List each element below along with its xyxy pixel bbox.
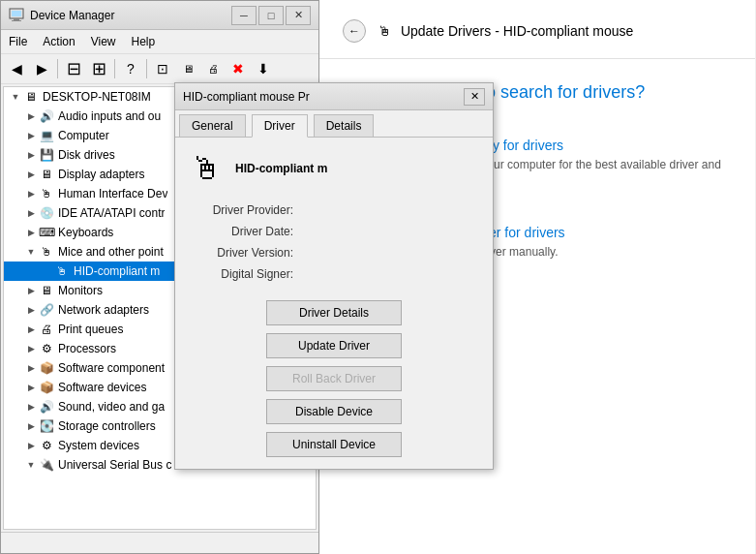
driver-details-button[interactable]: Driver Details (266, 300, 402, 325)
window-icon (9, 8, 24, 23)
system-expand-icon: ▶ (23, 438, 39, 453)
hid-mouse-label: HID-compliant m (74, 264, 160, 278)
processors-icon: ⚙ (39, 341, 54, 356)
sw-component-label: Software component (58, 361, 165, 375)
device-icon: 🖱 (187, 149, 226, 188)
audio-label: Audio inputs and ou (58, 109, 161, 123)
properties-button[interactable]: ⊡ (151, 57, 174, 80)
hid-icon: 🖱 (39, 186, 54, 201)
signer-label: Digital Signer: (187, 267, 293, 281)
update-back-button[interactable]: ← (343, 19, 366, 43)
keyboards-expand-icon: ▶ (23, 225, 39, 240)
usb-icon: 🔌 (39, 457, 54, 473)
menu-action[interactable]: Action (35, 32, 82, 51)
mice-icon: 🖱 (39, 244, 54, 260)
maximize-button[interactable]: □ (258, 6, 284, 25)
usb-expand-icon: ▼ (23, 457, 39, 473)
hid-mouse-expand-icon (39, 263, 54, 279)
update-window-icon: 🖱 (378, 23, 391, 39)
device-name: HID-compliant m (235, 162, 327, 175)
print-expand-icon: ▶ (23, 322, 39, 337)
ide-icon: 💿 (39, 205, 54, 221)
back-button[interactable]: ◀ (5, 57, 28, 80)
mice-label: Mice and other point (58, 245, 164, 259)
sw-component-icon: 📦 (39, 360, 54, 376)
usb-label: Universal Serial Bus c (58, 458, 171, 472)
title-bar: Device Manager ─ □ ✕ (1, 1, 318, 30)
sound-expand-icon: ▶ (23, 399, 39, 415)
keyboards-label: Keyboards (58, 226, 113, 239)
print-button[interactable]: 🖨 (201, 57, 225, 80)
version-label: Driver Version: (187, 246, 293, 260)
computer-button[interactable]: 🖥 (176, 57, 199, 80)
audio-expand-icon: ▶ (23, 108, 39, 124)
keyboards-icon: ⌨ (39, 225, 54, 240)
sw-devices-expand-icon: ▶ (23, 380, 39, 395)
dialog-buttons: Driver Details Update Driver Roll Back D… (175, 292, 493, 469)
minimize-button[interactable]: ─ (231, 6, 257, 25)
storage-label: Storage controllers (58, 419, 156, 433)
audio-icon: 🔊 (39, 108, 54, 124)
storage-icon: 💽 (39, 418, 54, 434)
driver-field-provider: Driver Provider: (187, 203, 481, 217)
sw-devices-icon: 📦 (39, 380, 54, 395)
title-bar-text: Device Manager (30, 9, 231, 22)
disable-device-button[interactable]: Disable Device (266, 399, 402, 424)
back-arrow-icon: ← (348, 24, 360, 38)
driver-field-version: Driver Version: (187, 246, 481, 260)
svg-rect-2 (14, 18, 19, 20)
collapse-button[interactable]: ⊟ (62, 57, 85, 80)
signer-value (297, 267, 481, 281)
provider-value (297, 203, 481, 217)
dialog-close-button[interactable]: ✕ (464, 88, 485, 106)
properties-dialog: HID-compliant mouse Pr ✕ General Driver … (174, 82, 494, 470)
forward-button[interactable]: ▶ (30, 57, 53, 80)
tab-driver[interactable]: Driver (252, 114, 308, 138)
driver-field-date: Driver Date: (187, 225, 481, 238)
system-icon: ⚙ (39, 438, 54, 453)
dialog-title-text: HID-compliant mouse Pr (183, 90, 464, 104)
version-value (297, 246, 481, 260)
computer-icon: 💻 (39, 128, 54, 143)
network-icon: 🔗 (39, 302, 54, 318)
hid-expand-icon: ▶ (23, 186, 39, 201)
close-button[interactable]: ✕ (286, 6, 311, 25)
expand-button[interactable]: ⊞ (87, 57, 110, 80)
tab-details[interactable]: Details (314, 114, 375, 137)
menu-file[interactable]: File (1, 32, 35, 51)
dialog-title-bar: HID-compliant mouse Pr ✕ (175, 83, 493, 110)
date-value (297, 225, 481, 238)
ide-label: IDE ATA/ATAPI contr (58, 206, 165, 220)
menu-view[interactable]: View (83, 32, 124, 51)
menu-bar: File Action View Help (1, 30, 318, 54)
display-icon: 🖥 (39, 167, 54, 182)
uninstall-device-button[interactable]: Uninstall Device (266, 432, 402, 457)
network-label: Network adapters (58, 303, 149, 317)
computer-label: Computer (58, 129, 109, 142)
hid-label: Human Interface Dev (58, 187, 167, 200)
roll-back-driver-button[interactable]: Roll Back Driver (266, 366, 402, 391)
disk-label: Disk drives (58, 148, 115, 162)
remove-button[interactable]: ✖ (227, 57, 250, 80)
monitors-expand-icon: ▶ (23, 283, 39, 298)
update-header: ← 🖱 Update Drivers - HID-compliant mouse (319, 0, 755, 59)
tab-general[interactable]: General (179, 114, 246, 137)
toolbar: ◀ ▶ ⊟ ⊞ ? ⊡ 🖥 🖨 ✖ ⬇ (1, 54, 318, 84)
print-icon: 🖨 (39, 322, 54, 337)
menu-help[interactable]: Help (124, 32, 164, 51)
sound-label: Sound, video and ga (58, 400, 165, 414)
update-driver-button[interactable]: Update Driver (266, 333, 402, 358)
provider-label: Driver Provider: (187, 203, 293, 217)
update-button[interactable]: ⬇ (252, 57, 275, 80)
title-bar-buttons: ─ □ ✕ (231, 6, 311, 25)
dialog-content: 🖱 HID-compliant m Driver Provider: Drive… (175, 138, 493, 292)
display-expand-icon: ▶ (23, 167, 39, 182)
help-button[interactable]: ? (119, 57, 142, 80)
driver-field-signer: Digital Signer: (187, 267, 481, 281)
hid-mouse-icon: 🖱 (54, 263, 70, 279)
disk-expand-icon: ▶ (23, 147, 39, 163)
root-label: DESKTOP-NET08IM (43, 90, 151, 104)
network-expand-icon: ▶ (23, 302, 39, 318)
processors-expand-icon: ▶ (23, 341, 39, 356)
storage-expand-icon: ▶ (23, 418, 39, 434)
